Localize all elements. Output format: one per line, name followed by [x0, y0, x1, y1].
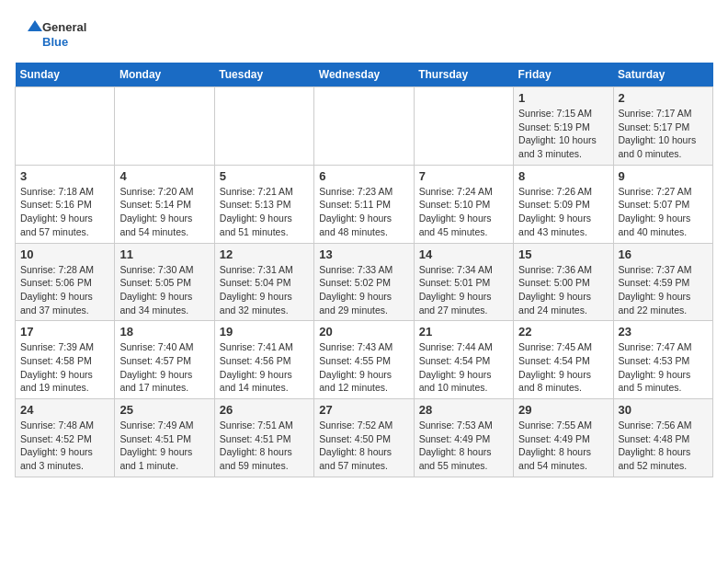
- day-info: Sunrise: 7:52 AM Sunset: 4:50 PM Dayligh…: [319, 419, 408, 473]
- calendar-cell: 10Sunrise: 7:28 AM Sunset: 5:06 PM Dayli…: [16, 243, 115, 321]
- calendar-cell: 5Sunrise: 7:21 AM Sunset: 5:13 PM Daylig…: [214, 165, 313, 243]
- calendar-cell: 18Sunrise: 7:40 AM Sunset: 4:57 PM Dayli…: [115, 321, 214, 399]
- calendar-header-sunday: Sunday: [16, 63, 115, 87]
- calendar-cell: 15Sunrise: 7:36 AM Sunset: 5:00 PM Dayli…: [514, 243, 613, 321]
- day-number: 20: [319, 325, 408, 339]
- day-number: 10: [20, 247, 109, 261]
- day-number: 13: [319, 247, 408, 261]
- day-info: Sunrise: 7:41 AM Sunset: 4:56 PM Dayligh…: [220, 340, 309, 395]
- calendar-header-wednesday: Wednesday: [314, 63, 414, 87]
- day-info: Sunrise: 7:28 AM Sunset: 5:06 PM Dayligh…: [20, 263, 109, 317]
- day-info: Sunrise: 7:40 AM Sunset: 4:57 PM Dayligh…: [119, 340, 209, 395]
- day-info: Sunrise: 7:15 AM Sunset: 5:19 PM Dayligh…: [518, 107, 608, 161]
- calendar-cell: 14Sunrise: 7:34 AM Sunset: 5:01 PM Dayli…: [414, 243, 513, 321]
- calendar-cell: 30Sunrise: 7:56 AM Sunset: 4:48 PM Dayli…: [613, 399, 712, 477]
- day-info: Sunrise: 7:49 AM Sunset: 4:51 PM Dayligh…: [119, 419, 209, 473]
- logo-svg: General Blue: [15, 15, 97, 52]
- calendar-cell: 16Sunrise: 7:37 AM Sunset: 4:59 PM Dayli…: [613, 243, 712, 321]
- calendar-cell: 2Sunrise: 7:17 AM Sunset: 5:17 PM Daylig…: [613, 87, 712, 166]
- calendar-cell: 20Sunrise: 7:43 AM Sunset: 4:55 PM Dayli…: [314, 321, 414, 399]
- day-number: 26: [220, 403, 309, 417]
- day-number: 29: [518, 403, 608, 417]
- calendar-header-saturday: Saturday: [613, 63, 712, 87]
- day-info: Sunrise: 7:33 AM Sunset: 5:02 PM Dayligh…: [319, 263, 408, 317]
- calendar-week-4: 17Sunrise: 7:39 AM Sunset: 4:58 PM Dayli…: [16, 321, 713, 399]
- calendar-cell: 26Sunrise: 7:51 AM Sunset: 4:51 PM Dayli…: [214, 399, 313, 477]
- day-info: Sunrise: 7:44 AM Sunset: 4:54 PM Dayligh…: [419, 340, 508, 395]
- svg-text:General: General: [42, 20, 86, 34]
- day-number: 11: [119, 247, 209, 261]
- calendar-cell: 7Sunrise: 7:24 AM Sunset: 5:10 PM Daylig…: [414, 165, 513, 243]
- calendar-cell: 17Sunrise: 7:39 AM Sunset: 4:58 PM Dayli…: [16, 321, 115, 399]
- day-info: Sunrise: 7:34 AM Sunset: 5:01 PM Dayligh…: [419, 263, 508, 317]
- day-number: 1: [518, 91, 608, 105]
- day-info: Sunrise: 7:39 AM Sunset: 4:58 PM Dayligh…: [20, 340, 109, 395]
- day-number: 2: [619, 91, 708, 105]
- calendar-cell: [16, 87, 115, 166]
- day-number: 4: [119, 169, 209, 183]
- day-info: Sunrise: 7:17 AM Sunset: 5:17 PM Dayligh…: [619, 107, 708, 161]
- day-number: 19: [220, 325, 309, 339]
- day-info: Sunrise: 7:24 AM Sunset: 5:10 PM Dayligh…: [419, 185, 508, 239]
- day-number: 15: [518, 247, 608, 261]
- day-info: Sunrise: 7:53 AM Sunset: 4:49 PM Dayligh…: [419, 419, 508, 473]
- svg-text:Blue: Blue: [42, 35, 68, 49]
- day-number: 5: [220, 169, 309, 183]
- calendar-cell: 13Sunrise: 7:33 AM Sunset: 5:02 PM Dayli…: [314, 243, 414, 321]
- day-info: Sunrise: 7:18 AM Sunset: 5:16 PM Dayligh…: [20, 185, 109, 239]
- day-number: 18: [119, 325, 209, 339]
- calendar-week-2: 3Sunrise: 7:18 AM Sunset: 5:16 PM Daylig…: [16, 165, 713, 243]
- page-header: General Blue: [15, 15, 713, 52]
- day-number: 14: [419, 247, 508, 261]
- day-number: 17: [20, 325, 109, 339]
- calendar-cell: 6Sunrise: 7:23 AM Sunset: 5:11 PM Daylig…: [314, 165, 414, 243]
- calendar-table: SundayMondayTuesdayWednesdayThursdayFrid…: [15, 63, 713, 477]
- day-info: Sunrise: 7:30 AM Sunset: 5:05 PM Dayligh…: [119, 263, 209, 317]
- day-info: Sunrise: 7:47 AM Sunset: 4:53 PM Dayligh…: [619, 340, 708, 395]
- day-number: 6: [319, 169, 408, 183]
- day-number: 9: [619, 169, 708, 183]
- day-info: Sunrise: 7:55 AM Sunset: 4:49 PM Dayligh…: [518, 419, 608, 473]
- calendar-cell: [214, 87, 313, 166]
- day-info: Sunrise: 7:36 AM Sunset: 5:00 PM Dayligh…: [518, 263, 608, 317]
- day-info: Sunrise: 7:51 AM Sunset: 4:51 PM Dayligh…: [220, 419, 309, 473]
- day-number: 24: [20, 403, 109, 417]
- calendar-cell: 21Sunrise: 7:44 AM Sunset: 4:54 PM Dayli…: [414, 321, 513, 399]
- calendar-header-row: SundayMondayTuesdayWednesdayThursdayFrid…: [16, 63, 713, 87]
- svg-marker-2: [28, 20, 42, 31]
- calendar-week-3: 10Sunrise: 7:28 AM Sunset: 5:06 PM Dayli…: [16, 243, 713, 321]
- calendar-cell: 23Sunrise: 7:47 AM Sunset: 4:53 PM Dayli…: [613, 321, 712, 399]
- day-number: 3: [20, 169, 109, 183]
- day-info: Sunrise: 7:26 AM Sunset: 5:09 PM Dayligh…: [518, 185, 608, 239]
- calendar-cell: [314, 87, 414, 166]
- calendar-cell: 8Sunrise: 7:26 AM Sunset: 5:09 PM Daylig…: [514, 165, 613, 243]
- day-number: 8: [518, 169, 608, 183]
- day-number: 22: [518, 325, 608, 339]
- day-number: 30: [619, 403, 708, 417]
- calendar-cell: 27Sunrise: 7:52 AM Sunset: 4:50 PM Dayli…: [314, 399, 414, 477]
- day-info: Sunrise: 7:27 AM Sunset: 5:07 PM Dayligh…: [619, 185, 708, 239]
- calendar-cell: 12Sunrise: 7:31 AM Sunset: 5:04 PM Dayli…: [214, 243, 313, 321]
- calendar-cell: 28Sunrise: 7:53 AM Sunset: 4:49 PM Dayli…: [414, 399, 513, 477]
- calendar-cell: 1Sunrise: 7:15 AM Sunset: 5:19 PM Daylig…: [514, 87, 613, 166]
- calendar-header-thursday: Thursday: [414, 63, 513, 87]
- day-number: 28: [419, 403, 508, 417]
- day-number: 21: [419, 325, 508, 339]
- day-number: 23: [619, 325, 708, 339]
- day-info: Sunrise: 7:21 AM Sunset: 5:13 PM Dayligh…: [220, 185, 309, 239]
- calendar-cell: 3Sunrise: 7:18 AM Sunset: 5:16 PM Daylig…: [16, 165, 115, 243]
- day-number: 16: [619, 247, 708, 261]
- day-number: 12: [220, 247, 309, 261]
- calendar-cell: 22Sunrise: 7:45 AM Sunset: 4:54 PM Dayli…: [514, 321, 613, 399]
- calendar-week-1: 1Sunrise: 7:15 AM Sunset: 5:19 PM Daylig…: [16, 87, 713, 166]
- calendar-cell: 19Sunrise: 7:41 AM Sunset: 4:56 PM Dayli…: [214, 321, 313, 399]
- calendar-cell: 4Sunrise: 7:20 AM Sunset: 5:14 PM Daylig…: [115, 165, 214, 243]
- calendar-header-monday: Monday: [115, 63, 214, 87]
- day-number: 7: [419, 169, 508, 183]
- calendar-cell: [414, 87, 513, 166]
- calendar-body: 1Sunrise: 7:15 AM Sunset: 5:19 PM Daylig…: [16, 87, 713, 477]
- calendar-cell: 25Sunrise: 7:49 AM Sunset: 4:51 PM Dayli…: [115, 399, 214, 477]
- logo: General Blue: [15, 15, 97, 52]
- calendar-week-5: 24Sunrise: 7:48 AM Sunset: 4:52 PM Dayli…: [16, 399, 713, 477]
- day-info: Sunrise: 7:56 AM Sunset: 4:48 PM Dayligh…: [619, 419, 708, 473]
